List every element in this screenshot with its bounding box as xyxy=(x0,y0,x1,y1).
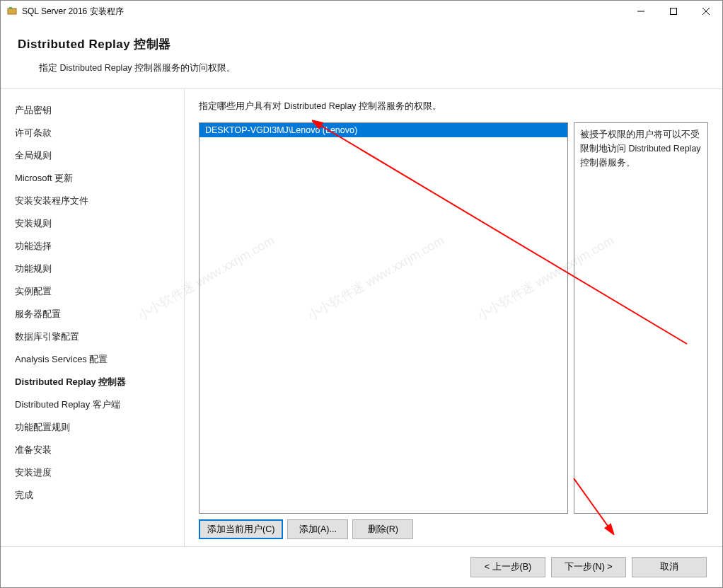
svg-rect-1 xyxy=(9,7,12,9)
sidebar-item[interactable]: 许可条款 xyxy=(15,122,184,144)
user-list-item[interactable]: DESKTOP-VGDI3MJ\Lenovo (Lenovo) xyxy=(199,123,567,137)
sidebar-item[interactable]: 功能配置规则 xyxy=(15,416,184,439)
footer: < 上一步(B) 下一步(N) > 取消 xyxy=(1,546,722,587)
page-title: Distributed Replay 控制器 xyxy=(18,36,712,52)
sidebar-item[interactable]: 准备安装 xyxy=(15,439,184,461)
window-title: SQL Server 2016 安装程序 xyxy=(22,6,124,18)
sidebar-item[interactable]: Distributed Replay 控制器 xyxy=(15,371,184,393)
svg-rect-0 xyxy=(8,8,16,14)
sidebar-item[interactable]: 产品密钥 xyxy=(15,99,184,122)
maximize-button[interactable] xyxy=(657,1,690,22)
sidebar-item[interactable]: 功能选择 xyxy=(15,235,184,258)
minimize-button[interactable] xyxy=(625,1,657,22)
remove-button[interactable]: 删除(R) xyxy=(352,519,413,539)
sidebar-item[interactable]: 完成 xyxy=(15,484,184,507)
sidebar-item[interactable]: 实例配置 xyxy=(15,280,184,303)
sidebar-item[interactable]: 安装安装程序文件 xyxy=(15,190,184,212)
installer-window: SQL Server 2016 安装程序 Distributed Replay … xyxy=(0,0,723,588)
user-listbox[interactable]: DESKTOP-VGDI3MJ\Lenovo (Lenovo) xyxy=(199,122,568,514)
sidebar-item[interactable]: Analysis Services 配置 xyxy=(15,348,184,371)
sidebar: 产品密钥许可条款全局规则Microsoft 更新安装安装程序文件安装规则功能选择… xyxy=(1,89,185,546)
cancel-button[interactable]: 取消 xyxy=(632,557,707,577)
sidebar-item[interactable]: 全局规则 xyxy=(15,144,184,167)
sidebar-item[interactable]: 数据库引擎配置 xyxy=(15,325,184,348)
sidebar-item[interactable]: 功能规则 xyxy=(15,258,184,280)
sidebar-item[interactable]: Microsoft 更新 xyxy=(15,167,184,190)
sidebar-item[interactable]: 服务器配置 xyxy=(15,303,184,325)
body: 产品密钥许可条款全局规则Microsoft 更新安装安装程序文件安装规则功能选择… xyxy=(1,89,722,546)
sidebar-item[interactable]: 安装规则 xyxy=(15,212,184,235)
titlebar: SQL Server 2016 安装程序 xyxy=(1,1,722,22)
svg-rect-3 xyxy=(671,8,677,15)
panels-row: DESKTOP-VGDI3MJ\Lenovo (Lenovo) 被授予权限的用户… xyxy=(199,122,708,514)
add-button[interactable]: 添加(A)... xyxy=(287,519,348,539)
sidebar-item[interactable]: 安装进度 xyxy=(15,461,184,484)
back-button[interactable]: < 上一步(B) xyxy=(470,557,545,577)
user-buttons-row: 添加当前用户(C) 添加(A)... 删除(R) xyxy=(199,519,708,539)
add-current-user-button[interactable]: 添加当前用户(C) xyxy=(199,519,283,539)
sidebar-item[interactable]: Distributed Replay 客户端 xyxy=(15,393,184,416)
page-subtitle: 指定 Distributed Replay 控制器服务的访问权限。 xyxy=(39,62,712,74)
app-icon xyxy=(6,6,18,17)
info-panel: 被授予权限的用户将可以不受限制地访问 Distributed Replay 控制… xyxy=(574,122,708,514)
main-panel: 指定哪些用户具有对 Distributed Replay 控制器服务的权限。 D… xyxy=(185,89,722,546)
page-header: Distributed Replay 控制器 指定 Distributed Re… xyxy=(1,22,722,89)
next-button[interactable]: 下一步(N) > xyxy=(551,557,626,577)
close-button[interactable] xyxy=(690,1,722,22)
instruction-text: 指定哪些用户具有对 Distributed Replay 控制器服务的权限。 xyxy=(199,100,708,113)
